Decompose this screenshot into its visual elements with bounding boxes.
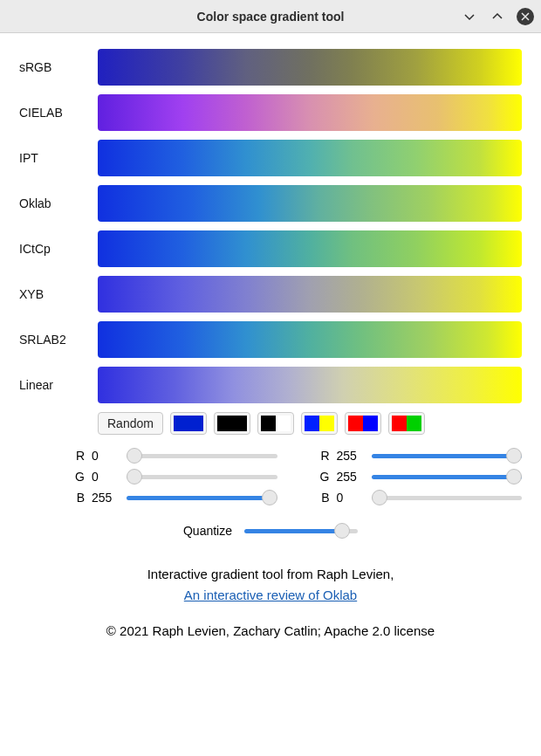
swatch-right [188,416,203,431]
gradient-bar [98,367,522,403]
titlebar: Color space gradient tool [0,0,541,33]
gradient-row: XYB [19,276,522,313]
gradient-bar [98,49,522,86]
gradient-bar [98,321,522,358]
swatch-left [261,416,276,431]
gradient-label: SRLAB2 [19,333,98,347]
left-b-value: 255 [92,491,120,505]
swatch-left [174,416,188,431]
left-g-label: G [67,470,85,484]
swatch-left [392,416,407,431]
right-r-label: R [312,449,330,463]
right-g-slider[interactable] [372,475,523,479]
window-title: Color space gradient tool [197,10,345,24]
quantize-slider[interactable] [244,529,358,533]
gradient-row: Oklab [19,185,522,222]
preset-swatch[interactable] [257,412,294,435]
credit-link[interactable]: An interactive review of Oklab [184,588,357,602]
preset-swatch[interactable] [170,412,207,435]
right-g-value: 255 [337,470,365,484]
preset-swatch[interactable] [388,412,425,435]
minimize-icon[interactable] [461,8,478,25]
preset-swatch[interactable] [301,412,338,435]
swatch-right [407,416,421,431]
swatch-left [217,416,232,431]
swatch-left [348,416,363,431]
left-g-value: 0 [92,470,120,484]
gradient-row: sRGB [19,49,522,86]
left-b-label: B [67,491,85,505]
gradient-label: XYB [19,287,98,301]
right-color-sliders: R 255 G 255 B 0 [312,449,523,512]
gradient-bar [98,230,522,267]
credit-line1: Interactive gradient tool from Raph Levi… [147,567,394,581]
gradient-label: ICtCp [19,242,98,256]
gradient-bar [98,140,522,176]
right-r-value: 255 [337,449,365,463]
right-g-label: G [312,470,330,484]
content-area: sRGBCIELABIPTOklabICtCpXYBSRLAB2Linear R… [0,33,541,654]
gradient-label: Linear [19,378,98,392]
gradient-row: ICtCp [19,230,522,267]
maximize-icon[interactable] [489,8,506,25]
left-r-value: 0 [92,449,120,463]
right-b-value: 0 [337,491,365,505]
gradient-row: SRLAB2 [19,321,522,358]
gradient-row: IPT [19,140,522,176]
sliders-panel: R 0 G 0 B 255 R 255 G 255 [67,449,522,512]
preset-swatch[interactable] [214,412,250,435]
gradient-bar [98,94,522,131]
swatch-right [276,416,291,431]
left-r-slider[interactable] [127,454,277,458]
close-icon[interactable] [517,8,534,25]
copyright-text: © 2021 Raph Levien, Zachary Catlin; Apac… [19,623,522,638]
window-controls [461,8,534,25]
left-g-slider[interactable] [127,475,277,479]
gradient-label: IPT [19,151,98,165]
left-color-sliders: R 0 G 0 B 255 [67,449,277,512]
random-button[interactable]: Random [98,412,163,435]
preset-swatch[interactable] [345,412,381,435]
left-r-label: R [67,449,85,463]
gradient-label: CIELAB [19,106,98,120]
right-b-slider[interactable] [372,496,523,500]
swatch-left [305,416,319,431]
gradient-row: CIELAB [19,94,522,131]
swatch-right [232,416,247,431]
credit-text: Interactive gradient tool from Raph Levi… [19,564,522,606]
quantize-label: Quantize [183,524,232,538]
gradient-bar [98,276,522,313]
right-b-label: B [312,491,330,505]
quantize-row: Quantize [19,524,522,538]
gradient-row: Linear [19,367,522,403]
left-b-slider[interactable] [127,496,277,500]
preset-row: Random [98,412,522,435]
gradient-bar [98,185,522,222]
right-r-slider[interactable] [372,454,523,458]
gradient-label: sRGB [19,60,98,74]
swatch-right [363,416,378,431]
swatch-right [319,416,334,431]
gradient-label: Oklab [19,196,98,210]
